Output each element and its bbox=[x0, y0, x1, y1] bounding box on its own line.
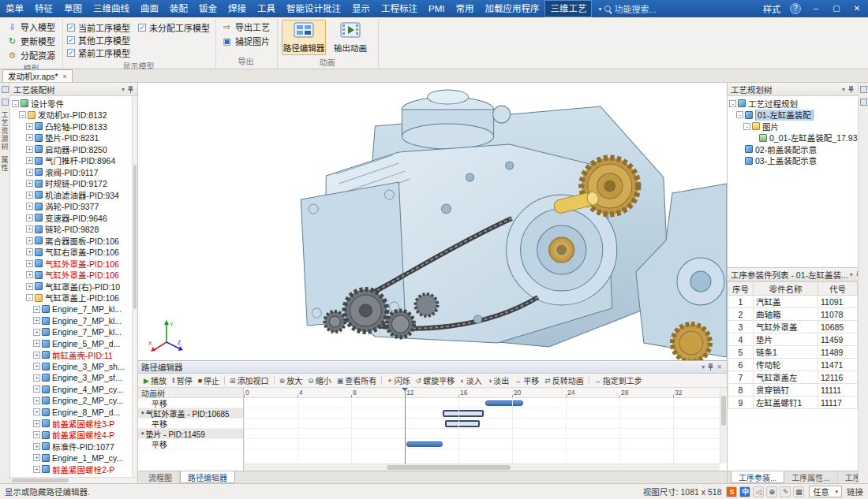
checkbox-其他工序模型[interactable]: ✓其他工序模型 bbox=[67, 34, 130, 47]
column-header-代号[interactable]: 代号 bbox=[818, 282, 858, 296]
table-row[interactable]: 4垫片11459 bbox=[728, 333, 858, 346]
ribbon-button-输出动画[interactable]: 输出动画 bbox=[328, 20, 372, 55]
expander-icon[interactable]: + bbox=[33, 408, 40, 415]
timeline-playhead[interactable] bbox=[405, 388, 406, 464]
expander-icon[interactable]: + bbox=[33, 306, 40, 313]
expander-icon[interactable]: + bbox=[33, 363, 40, 370]
tree-item[interactable]: +气缸右罩盖-PID:106 bbox=[10, 247, 137, 259]
document-tab[interactable]: 发动机xr.aps* × bbox=[2, 69, 73, 82]
pen-icon[interactable]: ✎ bbox=[780, 486, 791, 497]
expander-icon[interactable]: - bbox=[743, 123, 750, 130]
expander-icon[interactable]: + bbox=[26, 146, 33, 153]
tree-item[interactable]: +离合器面板-PID:106 bbox=[10, 235, 137, 247]
table-row[interactable]: 9左缸盖螺钉111117 bbox=[728, 397, 858, 409]
dock-panel-icon[interactable] bbox=[860, 86, 867, 93]
expander-icon[interactable]: + bbox=[33, 352, 40, 359]
style-menu[interactable]: 样式 bbox=[759, 2, 784, 15]
tree-item[interactable]: +前盖紧固螺栓2-P bbox=[10, 464, 137, 475]
tree-item[interactable]: +机油滤油器-PID:934 bbox=[10, 189, 137, 201]
tree-item[interactable]: +Engine_7_MP_kl... bbox=[10, 326, 137, 338]
tree-item[interactable]: 02-前盖装配示意 bbox=[728, 143, 858, 155]
menu-item-常用[interactable]: 常用 bbox=[450, 0, 479, 17]
tab-close-icon[interactable]: × bbox=[63, 73, 67, 80]
ribbon-button-导出工艺[interactable]: ⇨导出工艺 bbox=[220, 20, 271, 33]
expander-icon[interactable]: + bbox=[26, 260, 33, 267]
dock-panel-icon[interactable] bbox=[2, 86, 9, 93]
timeline-bar[interactable] bbox=[485, 400, 523, 406]
chevron-down-icon[interactable]: ▾ bbox=[840, 86, 847, 93]
tree-item[interactable]: -气缸罩盖上-PID:106 bbox=[10, 292, 137, 304]
tree-item[interactable]: +前盖紧固螺栓3-P bbox=[10, 418, 137, 430]
expander-icon[interactable]: - bbox=[12, 100, 19, 107]
expander-icon[interactable]: + bbox=[33, 397, 40, 404]
column-header-序号[interactable]: 序号 bbox=[728, 282, 754, 296]
expander-icon[interactable]: + bbox=[33, 466, 40, 473]
vertical-scrollbar[interactable] bbox=[132, 96, 137, 477]
tree-item[interactable]: +涡轮-PID:9377 bbox=[10, 201, 137, 213]
pe-button-螺旋平移[interactable]: ↺螺旋平移 bbox=[413, 374, 458, 386]
dock-panel-icon[interactable] bbox=[2, 99, 9, 106]
tree-item[interactable]: -01-左缸盖装配 bbox=[728, 110, 858, 121]
table-row[interactable]: 3气缸外罩盖10685 bbox=[728, 321, 858, 333]
animation-row[interactable]: 平移 bbox=[138, 398, 243, 408]
maximize-button[interactable]: ▢ bbox=[827, 0, 846, 17]
chevron-down-icon[interactable]: ▾ bbox=[848, 271, 855, 278]
pe-button-淡出[interactable]: ◑淡出 bbox=[485, 374, 511, 386]
menu-item-工程标注[interactable]: 工程标注 bbox=[376, 0, 423, 17]
expander-icon[interactable]: + bbox=[26, 169, 33, 176]
table-row[interactable]: 8贯穿销钉11111 bbox=[728, 384, 858, 397]
checkbox-未分配工序模型[interactable]: ✓未分配工序模型 bbox=[138, 21, 210, 34]
tree-item[interactable]: +变速器-PID:9646 bbox=[10, 212, 137, 224]
menu-item-装配[interactable]: 装配 bbox=[164, 0, 193, 17]
close-icon[interactable]: ✕ bbox=[715, 363, 724, 371]
checkbox-紧前工序模型[interactable]: ✓紧前工序模型 bbox=[67, 47, 130, 59]
expander-icon[interactable]: + bbox=[33, 329, 40, 336]
expander-icon[interactable]: + bbox=[33, 374, 40, 382]
tree-item[interactable]: +标准件-PID:1077 bbox=[10, 441, 137, 452]
chevron-down-icon[interactable]: ▾ bbox=[700, 363, 706, 371]
tab-工序参装...[interactable]: 工序参装... bbox=[731, 471, 784, 483]
expander-icon[interactable]: + bbox=[26, 271, 33, 278]
menu-item-工具[interactable]: 工具 bbox=[252, 0, 281, 17]
pe-button-暂停[interactable]: ‖暂停 bbox=[170, 374, 195, 386]
menu-item-加载应用程序[interactable]: 加载应用程序 bbox=[479, 0, 544, 17]
minimize-button[interactable]: – bbox=[806, 0, 825, 17]
tree-item[interactable]: +Engine_1_MP_cy... bbox=[10, 452, 137, 464]
expander-icon[interactable]: + bbox=[26, 237, 33, 244]
tab-流程图[interactable]: 流程图 bbox=[141, 471, 180, 483]
menu-item-三维工艺[interactable]: 三维工艺 bbox=[544, 0, 592, 17]
function-search[interactable]: ▾ 功能搜索... bbox=[598, 0, 656, 17]
pe-button-停止[interactable]: ■停止 bbox=[196, 374, 222, 386]
expander-icon[interactable]: + bbox=[26, 214, 33, 222]
horizontal-scrollbar[interactable] bbox=[10, 477, 137, 483]
table-row[interactable]: 2曲轴箱11078 bbox=[728, 308, 858, 321]
menu-item-智能设计批注[interactable]: 智能设计批注 bbox=[281, 0, 346, 17]
tree-item[interactable]: +凸轮轴-PID:8133 bbox=[10, 121, 137, 132]
expander-icon[interactable]: + bbox=[33, 454, 40, 461]
table-row[interactable]: 6传动轮11471 bbox=[728, 359, 858, 371]
tree-item[interactable]: +气缸外罩盖-PID:106 bbox=[10, 258, 137, 270]
tab-工序属性...[interactable]: 工序属性... bbox=[784, 471, 837, 483]
pe-button-添加视口[interactable]: ⊞添加视口 bbox=[227, 374, 271, 386]
tree-item[interactable]: +气门推杆-PID:8964 bbox=[10, 155, 137, 167]
ribbon-button-导入模型[interactable]: ⇩导入模型 bbox=[6, 20, 57, 33]
tree-item[interactable]: +启动器-PID:8250 bbox=[10, 143, 137, 155]
menu-item-特征[interactable]: 特征 bbox=[29, 0, 58, 17]
speaker-icon[interactable]: ◁ bbox=[753, 486, 764, 497]
expander-icon[interactable]: + bbox=[26, 203, 33, 210]
checkbox-当前工序模型[interactable]: ✓当前工序模型 bbox=[67, 21, 130, 34]
expander-icon[interactable]: - bbox=[26, 294, 33, 301]
expander-icon[interactable]: + bbox=[33, 443, 40, 450]
globe-icon[interactable]: ⊕ bbox=[766, 486, 777, 497]
tree-item[interactable]: -发动机xr-PID:8132 bbox=[10, 110, 137, 121]
pe-button-放大[interactable]: ⊕放大 bbox=[277, 374, 305, 386]
tree-item[interactable]: -设计零件 bbox=[10, 98, 137, 110]
menu-item-曲面[interactable]: 曲面 bbox=[135, 0, 164, 17]
scrollbar-thumb[interactable] bbox=[133, 165, 137, 310]
grid-icon[interactable]: ▦ bbox=[793, 486, 804, 497]
expander-icon[interactable]: + bbox=[26, 157, 33, 164]
animation-row[interactable]: 平移 bbox=[138, 439, 243, 449]
expander-icon[interactable]: + bbox=[26, 192, 33, 199]
expander-icon[interactable]: - bbox=[729, 100, 736, 107]
tree-item[interactable]: +垫片-PID:8231 bbox=[10, 132, 137, 144]
